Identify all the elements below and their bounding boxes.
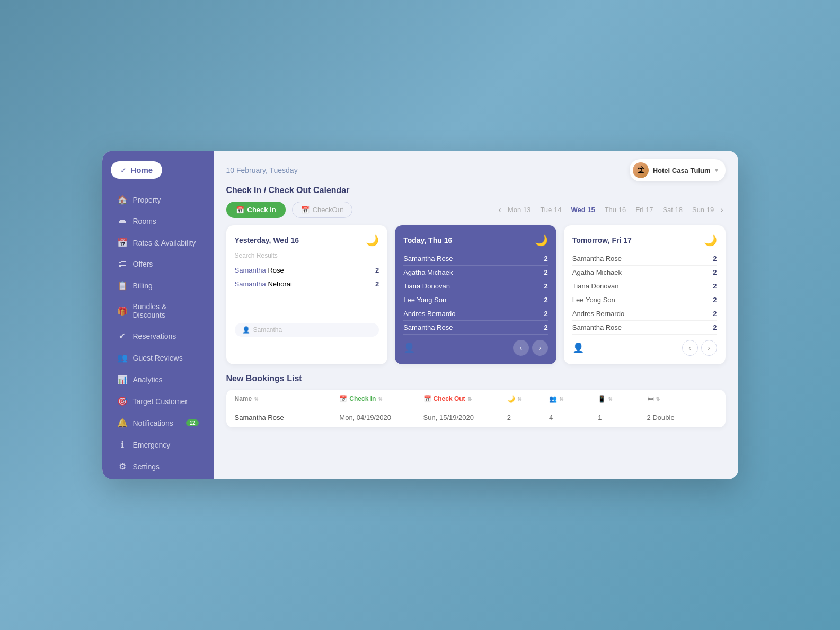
cal-day-thu16[interactable]: Thu 16	[605, 206, 626, 214]
checkout-icon: 📅	[423, 395, 431, 402]
cal-day-sun19[interactable]: Sun 19	[692, 206, 714, 214]
table-header: Name ⇅ 📅 Check In ⇅ 📅 Check Out ⇅	[226, 390, 726, 408]
guest-count: 2	[544, 255, 548, 262]
sidebar-item-bundles[interactable]: 🎁 Bundles & Discounts	[107, 297, 209, 325]
header: 10 February, Tuesday 🏝 Hotel Casa Tulum …	[214, 151, 738, 186]
sidebar-item-reviews[interactable]: 👥 Guest Reviews	[107, 347, 209, 368]
today-title: Today, Thu 16	[403, 236, 452, 244]
bookings-table: Name ⇅ 📅 Check In ⇅ 📅 Check Out ⇅	[226, 390, 726, 427]
sidebar-item-target[interactable]: 🎯 Target Customer	[107, 391, 209, 412]
bookings-title: New Bookings List	[226, 374, 726, 383]
calendar-bar: 📅 Check In 📅 CheckOut ‹ Mon 13Tue 14Wed …	[226, 202, 726, 218]
guest-count: 2	[713, 255, 717, 262]
content-area: Check In / Check Out Calendar 📅 Check In…	[214, 186, 738, 479]
sort-icon: ⇅	[656, 396, 660, 402]
search-icon: 👤	[242, 326, 250, 334]
guest-row: Andres Bernardo 2	[403, 307, 548, 321]
td-checkout: Sun, 15/19/2020	[423, 414, 507, 422]
sidebar-logo: ✓ Home	[102, 161, 214, 189]
settings-icon: ⚙	[117, 461, 128, 471]
billing-icon: 📋	[117, 281, 128, 291]
sidebar-item-label: Notifications	[133, 419, 173, 427]
reservations-icon: ✔	[117, 331, 128, 341]
sidebar-item-property[interactable]: 🏠 Property	[107, 189, 209, 210]
guest-name: Tiana Donovan	[572, 282, 619, 290]
sidebar-item-label: Offers	[133, 260, 153, 268]
add-guest-icon: 👤	[403, 342, 415, 354]
guest-row: Lee Yong Son 2	[403, 293, 548, 307]
sidebar-item-rooms[interactable]: 🛏 Rooms	[107, 211, 209, 231]
guest-row: Tiana Donovan 2	[403, 279, 548, 293]
sidebar-item-notifications[interactable]: 🔔 Notifications 12	[107, 413, 209, 433]
sidebar-item-settings[interactable]: ⚙ Settings	[107, 456, 209, 477]
guest-count: 2	[713, 323, 717, 331]
property-icon: 🏠	[117, 195, 128, 205]
sort-icon: ⇅	[378, 396, 382, 402]
cal-day-mon13[interactable]: Mon 13	[508, 206, 530, 214]
sidebar-item-billing[interactable]: 📋 Billing	[107, 275, 209, 296]
guest-count: 2	[544, 282, 548, 290]
tomorrow-next-button[interactable]: ›	[701, 340, 717, 356]
th-type: 🛏 ⇅	[647, 395, 717, 402]
cal-next-button[interactable]: ›	[718, 205, 725, 215]
th-checkout: 📅 Check Out ⇅	[423, 395, 507, 402]
guest-row: Samantha Rose 2	[403, 321, 548, 335]
home-button[interactable]: ✓ Home	[111, 161, 163, 179]
th-name: Name ⇅	[235, 395, 340, 402]
tomorrow-card-header: Tomorrow, Fri 17 🌙	[572, 234, 717, 247]
sidebar-item-emergency[interactable]: ℹ Emergency	[107, 434, 209, 455]
th-checkin: 📅 Check In ⇅	[339, 395, 423, 402]
guest-name: Samantha Nehorai	[235, 280, 292, 288]
sidebar-item-label: Bundles & Discounts	[133, 302, 199, 319]
th-nights: 🌙 ⇅	[507, 395, 549, 402]
tomorrow-nav-buttons: ‹ ›	[682, 340, 717, 356]
guest-row: Samantha Nehorai 2	[235, 277, 379, 291]
tomorrow-title: Tomorrow, Fri 17	[572, 236, 632, 244]
guest-count: 2	[544, 268, 548, 276]
sidebar-item-label: Analytics	[133, 375, 163, 384]
checkout-button[interactable]: 📅 CheckOut	[292, 202, 352, 218]
guest-name: Agatha Michaek	[403, 268, 453, 276]
guest-name: Samantha Rose	[572, 255, 622, 262]
guest-row: Agatha Michaek 2	[403, 266, 548, 279]
guest-row: Lee Yong Son 2	[572, 293, 717, 307]
guest-name: Samantha Rose	[572, 323, 622, 331]
sidebar-item-label: Emergency	[133, 441, 171, 449]
cal-prev-button[interactable]: ‹	[497, 205, 503, 215]
sidebar-item-label: Rooms	[133, 217, 156, 225]
guest-name: Agatha Michaek	[572, 268, 622, 276]
hotel-selector[interactable]: 🏝 Hotel Casa Tulum ▾	[630, 159, 726, 181]
check-icon: ✓	[120, 166, 127, 174]
analytics-icon: 📊	[117, 374, 128, 384]
cal-day-tue14[interactable]: Tue 14	[540, 206, 561, 214]
today-card-header: Today, Thu 16 🌙	[403, 234, 548, 247]
guest-name: Andres Bernardo	[572, 310, 624, 318]
target-icon: 🎯	[117, 396, 128, 406]
tomorrow-prev-button[interactable]: ‹	[682, 340, 698, 356]
checkin-button[interactable]: 📅 Check In	[226, 202, 286, 218]
app-container: ✓ Home 🏠 Property 🛏 Rooms 📅 Rates & Avai…	[102, 151, 738, 479]
notifications-icon: 🔔	[117, 418, 128, 428]
reviews-icon: 👥	[117, 353, 128, 363]
sidebar-item-analytics[interactable]: 📊 Analytics	[107, 369, 209, 390]
cal-day-sat18[interactable]: Sat 18	[662, 206, 683, 214]
table-row: Samantha Rose Mon, 04/19/2020 Sun, 15/19…	[226, 408, 726, 427]
bundles-icon: 🎁	[117, 306, 128, 316]
guest-search-box[interactable]: 👤 Samantha	[235, 323, 379, 337]
offers-icon: 🏷	[117, 259, 128, 269]
today-next-button[interactable]: ›	[532, 340, 548, 356]
today-prev-button[interactable]: ‹	[513, 340, 529, 356]
search-results-label: Search Results	[235, 252, 379, 259]
cal-day-wed15[interactable]: Wed 15	[571, 206, 595, 214]
guest-row: Tiana Donovan 2	[572, 279, 717, 293]
main-content: 10 February, Tuesday 🏝 Hotel Casa Tulum …	[214, 151, 738, 479]
guest-row: Andres Bernardo 2	[572, 307, 717, 321]
guest-row: Samantha Rose 2	[572, 252, 717, 266]
guest-name: Lee Yong Son	[403, 296, 446, 304]
sidebar-item-rates[interactable]: 📅 Rates & Availability	[107, 232, 209, 253]
guest-name: Andres Bernardo	[403, 310, 455, 318]
sidebar-item-reservations[interactable]: ✔ Reservations	[107, 326, 209, 346]
cal-day-fri17[interactable]: Fri 17	[635, 206, 653, 214]
sidebar-item-label: Settings	[133, 462, 160, 471]
sidebar-item-offers[interactable]: 🏷 Offers	[107, 254, 209, 274]
